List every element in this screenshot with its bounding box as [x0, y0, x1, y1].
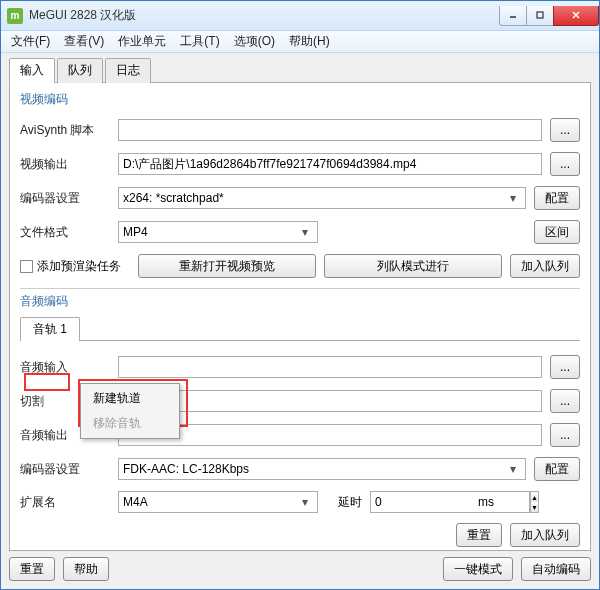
app-icon: m — [7, 8, 23, 24]
window-controls — [500, 6, 599, 26]
delay-label: 延时 — [338, 494, 362, 511]
delay-stepper[interactable]: ▲▼ — [370, 491, 470, 513]
avisynth-input[interactable] — [118, 119, 542, 141]
delay-input[interactable] — [370, 491, 530, 513]
ext-select[interactable]: M4A ▾ — [118, 491, 318, 513]
cut-input[interactable] — [118, 390, 542, 412]
avisynth-label: AviSynth 脚本 — [20, 122, 110, 139]
svg-rect-1 — [537, 12, 543, 18]
video-section-title: 视频编码 — [20, 91, 580, 108]
audio-input-browse-button[interactable]: ... — [550, 355, 580, 379]
prerender-checkbox[interactable]: 添加预渲染任务 — [20, 254, 130, 278]
menu-help[interactable]: 帮助(H) — [283, 31, 336, 52]
close-button[interactable] — [553, 6, 599, 26]
video-output-label: 视频输出 — [20, 156, 110, 173]
menu-file[interactable]: 文件(F) — [5, 31, 56, 52]
app-window: m MeGUI 2828 汉化版 文件(F) 查看(V) 作业单元 工具(T) … — [0, 0, 600, 590]
checkbox-icon — [20, 260, 33, 273]
queue-mode-button[interactable]: 列队模式进行 — [324, 254, 502, 278]
auto-encode-button[interactable]: 自动编码 — [521, 557, 591, 581]
audio-input-label: 音频输入 — [20, 359, 110, 376]
audio-add-queue-button[interactable]: 加入队列 — [510, 523, 580, 547]
reopen-preview-button[interactable]: 重新打开视频预览 — [138, 254, 316, 278]
file-format-label: 文件格式 — [20, 224, 110, 241]
video-config-button[interactable]: 配置 — [534, 186, 580, 210]
chevron-down-icon: ▾ — [505, 191, 521, 205]
menu-bar: 文件(F) 查看(V) 作业单元 工具(T) 选项(O) 帮助(H) — [1, 31, 599, 53]
audio-encoder-label: 编码器设置 — [20, 461, 110, 478]
title-bar: m MeGUI 2828 汉化版 — [1, 1, 599, 31]
cut-browse-button[interactable]: ... — [550, 389, 580, 413]
oneclick-mode-button[interactable]: 一键模式 — [443, 557, 513, 581]
video-encoder-select[interactable]: x264: *scratchpad* ▾ — [118, 187, 526, 209]
video-add-queue-button[interactable]: 加入队列 — [510, 254, 580, 278]
video-output-input[interactable] — [118, 153, 542, 175]
chevron-down-icon: ▾ — [505, 462, 521, 476]
delay-unit: ms — [478, 495, 494, 509]
tab-input[interactable]: 输入 — [9, 58, 55, 83]
chevron-down-icon: ▾ — [297, 495, 313, 509]
separator — [20, 288, 580, 289]
audio-section-title: 音频编码 — [20, 293, 580, 310]
chevron-down-icon: ▾ — [297, 225, 313, 239]
footer-reset-button[interactable]: 重置 — [9, 557, 55, 581]
footer-bar: 重置 帮助 一键模式 自动编码 — [9, 551, 591, 581]
tab-pane: 视频编码 AviSynth 脚本 ... 视频输出 ... 编码器设置 x264… — [9, 83, 591, 551]
menu-new-track[interactable]: 新建轨道 — [83, 386, 177, 411]
menu-options[interactable]: 选项(O) — [228, 31, 281, 52]
file-format-select[interactable]: MP4 ▾ — [118, 221, 318, 243]
avisynth-browse-button[interactable]: ... — [550, 118, 580, 142]
audio-input-field[interactable] — [118, 356, 542, 378]
menu-tools[interactable]: 工具(T) — [174, 31, 225, 52]
video-encoder-value: x264: *scratchpad* — [123, 191, 224, 205]
audio-tabs: 音轨 1 — [20, 316, 580, 340]
audio-track-tab-1[interactable]: 音轨 1 — [20, 317, 80, 341]
audio-output-browse-button[interactable]: ... — [550, 423, 580, 447]
ext-label: 扩展名 — [20, 494, 110, 511]
tab-queue[interactable]: 队列 — [57, 58, 103, 83]
audio-encoder-value: FDK-AAC: LC-128Kbps — [123, 462, 249, 476]
menu-view[interactable]: 查看(V) — [58, 31, 110, 52]
audio-config-button[interactable]: 配置 — [534, 457, 580, 481]
prerender-label: 添加预渲染任务 — [37, 258, 121, 275]
minimize-button[interactable] — [499, 6, 527, 26]
audio-output-input[interactable] — [118, 424, 542, 446]
audio-encoder-select[interactable]: FDK-AAC: LC-128Kbps ▾ — [118, 458, 526, 480]
content-area: 输入 队列 日志 视频编码 AviSynth 脚本 ... 视频输出 ... 编… — [1, 53, 599, 589]
window-title: MeGUI 2828 汉化版 — [29, 7, 500, 24]
spin-down-icon[interactable]: ▼ — [531, 502, 538, 512]
maximize-button[interactable] — [526, 6, 554, 26]
menu-remove-track: 移除音轨 — [83, 411, 177, 436]
context-menu: 新建轨道 移除音轨 — [80, 383, 180, 439]
main-tabs: 输入 队列 日志 — [9, 57, 591, 83]
ext-value: M4A — [123, 495, 148, 509]
spin-up-icon[interactable]: ▲ — [531, 492, 538, 502]
tab-log[interactable]: 日志 — [105, 58, 151, 83]
audio-reset-button[interactable]: 重置 — [456, 523, 502, 547]
footer-help-button[interactable]: 帮助 — [63, 557, 109, 581]
video-encoder-label: 编码器设置 — [20, 190, 110, 207]
interval-button[interactable]: 区间 — [534, 220, 580, 244]
file-format-value: MP4 — [123, 225, 148, 239]
menu-jobs[interactable]: 作业单元 — [112, 31, 172, 52]
video-output-browse-button[interactable]: ... — [550, 152, 580, 176]
